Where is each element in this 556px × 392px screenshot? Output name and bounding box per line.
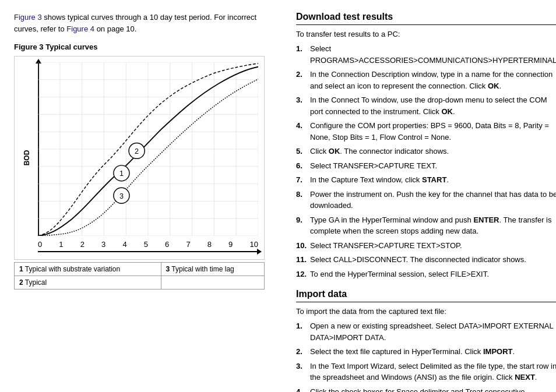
chart-container: BOD (14, 56, 265, 260)
legend-num-3: 3 (166, 265, 170, 273)
x-tick-7: 7 (186, 240, 190, 249)
intro-paragraph: Figure 3 shows typical curves through a … (14, 12, 282, 34)
legend-row-1: 1 Typical with substrate variation 3 Typ… (15, 263, 265, 276)
import-steps: 1. Open a new or existing spreadsheet. S… (296, 320, 556, 392)
figure3-link[interactable]: Figure 3 (14, 13, 42, 22)
x-axis-ticks: 0 1 2 3 4 5 6 7 8 9 10 (38, 240, 258, 249)
svg-text:1: 1 (119, 169, 124, 178)
download-step-8: 8. Power the instrument on. Push the key… (296, 189, 556, 211)
left-column: Figure 3 shows typical curves through a … (14, 12, 282, 392)
import-step-1: 1. Open a new or existing spreadsheet. S… (296, 320, 556, 343)
legend-cell-3: 3 Typical with time lag (161, 263, 264, 276)
download-step-9: 9. Type GA in the HyperTerminal window a… (296, 214, 556, 237)
x-tick-1: 1 (59, 240, 63, 249)
download-step-1: 1. Select PROGRAMS>ACCESSORIES>COMMUNICA… (296, 43, 556, 66)
download-step-3: 3. In the Connect To window, use the dro… (296, 94, 556, 117)
download-step-4: 4. Configure the COM port properties: BP… (296, 120, 556, 143)
legend-cell-1: 1 Typical with substrate variation (15, 263, 161, 276)
download-steps: 1. Select PROGRAMS>ACCESSORIES>COMMUNICA… (296, 43, 556, 280)
x-tick-6: 6 (165, 240, 169, 249)
svg-text:2: 2 (135, 147, 139, 156)
legend-table: 1 Typical with substrate variation 3 Typ… (14, 262, 265, 289)
import-intro: To import the data from the captured tex… (296, 307, 556, 316)
download-title: Download test results (296, 12, 556, 25)
import-step-4: 4. Click the check boxes for Space delim… (296, 386, 556, 393)
right-column: Download test results To transfer test r… (296, 12, 556, 392)
download-step-10: 10. Select TRANSFER>CAPTURE TEXT>STOP. (296, 240, 556, 252)
download-step-11: 11. Select CALL>DISCONNECT. The disconne… (296, 254, 556, 266)
y-axis-label: BOD (23, 150, 31, 166)
chart-svg: 1 2 3 (38, 62, 258, 236)
legend-text-2: Typical (25, 278, 47, 287)
x-tick-3: 3 (101, 240, 105, 249)
download-intro: To transfer test results to a PC: (296, 30, 556, 38)
import-title: Import data (296, 289, 556, 302)
legend-num-1: 1 (19, 265, 23, 273)
download-step-2: 2. In the Connection Description window,… (296, 69, 556, 91)
download-step-12: 12. To end the HyperTerminal session, se… (296, 269, 556, 280)
download-step-7: 7. In the Capture Text window, click STA… (296, 174, 556, 186)
x-tick-5: 5 (144, 240, 148, 249)
legend-row-2: 2 Typical (15, 276, 265, 289)
x-tick-0: 0 (38, 240, 42, 249)
x-tick-10: 10 (249, 240, 258, 249)
download-section: Download test results To transfer test r… (296, 12, 556, 280)
x-tick-4: 4 (122, 240, 126, 249)
legend-text-3: Typical with time lag (171, 265, 234, 273)
download-step-6: 6. Select TRANSFER>CAPTURE TEXT. (296, 160, 556, 172)
figure-label: Figure 3 Typical curves (14, 43, 282, 51)
x-tick-8: 8 (207, 240, 212, 249)
download-step-5: 5. Click OK. The connector indicator sho… (296, 146, 556, 157)
x-tick-2: 2 (80, 240, 85, 249)
import-step-2: 2. Select the text file captured in Hype… (296, 346, 556, 358)
legend-cell-2: 2 Typical (15, 276, 161, 289)
figure4-link[interactable]: Figure 4 (66, 24, 94, 33)
legend-cell-empty (161, 276, 264, 289)
import-step-3: 3. In the Text Import Wizard, select Del… (296, 361, 556, 383)
import-section: Import data To import the data from the … (296, 289, 556, 392)
x-axis-arrow (38, 251, 258, 252)
legend-num-2: 2 (19, 278, 23, 287)
legend-text-1: Typical with substrate variation (25, 265, 120, 273)
x-tick-9: 9 (228, 240, 233, 249)
svg-text:3: 3 (119, 192, 124, 200)
